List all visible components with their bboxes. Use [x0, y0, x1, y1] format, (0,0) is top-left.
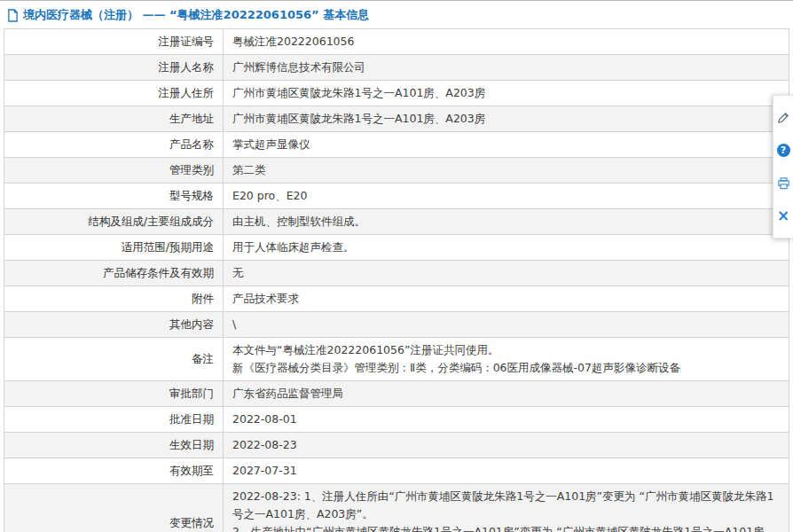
table-row: 批准日期 2022-08-01 [4, 407, 789, 433]
row-label: 管理类别 [4, 158, 224, 184]
table-row: 型号规格 E20 pro、E20 [4, 184, 789, 209]
document-icon [7, 9, 19, 22]
row-label: 其他内容 [4, 312, 224, 338]
row-value: 用于人体临床超声检查。 [224, 235, 789, 261]
table-row: 注册人住所 广州市黄埔区黄陂龙朱路1号之一A101房、A203房 [4, 81, 789, 106]
table-row: 生产地址 广州市黄埔区黄陂龙朱路1号之一A101房、A203房 [4, 106, 789, 132]
row-label: 注册人名称 [4, 55, 224, 81]
table-row: 管理类别 第二类 [4, 158, 789, 184]
row-label: 生产地址 [4, 106, 224, 132]
page-title-bar: 境内医疗器械（注册） —— “粤械注准20222061056” 基本信息 [0, 1, 793, 28]
row-value: 2022-08-23: 1、注册人住所由“广州市黄埔区黄陂龙朱路1号之一A101… [224, 484, 789, 532]
table-row: 其他内容 \ [4, 312, 789, 338]
table-row: 有效期至 2027-07-31 [4, 458, 789, 484]
row-label: 产品名称 [4, 132, 224, 158]
row-value: 粤械注准20222061056 [224, 29, 789, 55]
row-value: 掌式超声显像仪 [224, 132, 789, 158]
table-row: 注册人名称 广州辉博信息技术有限公司 [4, 55, 789, 81]
table-row: 结构及组成/主要组成成分 由主机、控制型软件组成。 [4, 209, 789, 235]
table-row: 变更情况 2022-08-23: 1、注册人住所由“广州市黄埔区黄陂龙朱路1号之… [4, 484, 789, 532]
table-row: 适用范围/预期用途 用于人体临床超声检查。 [4, 235, 789, 261]
row-value: 广州市黄埔区黄陂龙朱路1号之一A101房、A203房 [224, 106, 789, 132]
row-label: 有效期至 [4, 458, 224, 484]
row-label: 附件 [4, 286, 224, 312]
row-label: 生效日期 [4, 433, 224, 458]
row-label: 审批部门 [4, 381, 224, 407]
row-label: 批准日期 [4, 407, 224, 433]
registration-info-table: 注册证编号 粤械注准20222061056 注册人名称 广州辉博信息技术有限公司… [4, 28, 789, 532]
row-value: 产品技术要求 [224, 286, 789, 312]
row-value: E20 pro、E20 [224, 184, 789, 209]
page-title: 境内医疗器械（注册） —— “粤械注准20222061056” 基本信息 [23, 7, 369, 23]
row-label: 变更情况 [4, 484, 224, 532]
row-label: 适用范围/预期用途 [4, 235, 224, 261]
help-glyph: ? [777, 144, 790, 157]
row-label: 产品储存条件及有效期 [4, 261, 224, 286]
row-value: 无 [224, 261, 789, 286]
table-row: 附件 产品技术要求 [4, 286, 789, 312]
row-label: 备注 [4, 338, 224, 381]
table-row: 产品名称 掌式超声显像仪 [4, 132, 789, 158]
row-label: 型号规格 [4, 184, 224, 209]
row-value: 广州辉博信息技术有限公司 [224, 55, 789, 81]
table-row: 备注 本文件与“粤械注准20222061056”注册证共同使用。 新《医疗器械分… [4, 338, 789, 381]
row-label: 结构及组成/主要组成成分 [4, 209, 224, 235]
row-value: 广州市黄埔区黄陂龙朱路1号之一A101房、A203房 [224, 81, 789, 106]
table-row: 生效日期 2022-08-23 [4, 433, 789, 458]
floating-toolbar: ? × [773, 95, 793, 239]
row-value: 2027-07-31 [224, 458, 789, 484]
row-value: 广东省药品监督管理局 [224, 381, 789, 407]
table-row: 产品储存条件及有效期 无 [4, 261, 789, 286]
row-value: 由主机、控制型软件组成。 [224, 209, 789, 235]
table-row: 注册证编号 粤械注准20222061056 [4, 29, 789, 55]
help-icon[interactable]: ? [773, 134, 793, 167]
close-icon[interactable]: × [773, 200, 793, 232]
print-icon[interactable] [773, 167, 793, 200]
close-glyph: × [777, 208, 789, 223]
row-value: 本文件与“粤械注准20222061056”注册证共同使用。 新《医疗器械分类目录… [224, 338, 789, 381]
row-label: 注册人住所 [4, 81, 224, 106]
row-label: 注册证编号 [4, 29, 224, 55]
row-value: \ [224, 312, 789, 338]
edit-icon[interactable] [773, 101, 793, 134]
row-value: 2022-08-01 [224, 407, 789, 433]
table-row: 审批部门 广东省药品监督管理局 [4, 381, 789, 407]
row-value: 第二类 [224, 158, 789, 184]
row-value: 2022-08-23 [224, 433, 789, 458]
